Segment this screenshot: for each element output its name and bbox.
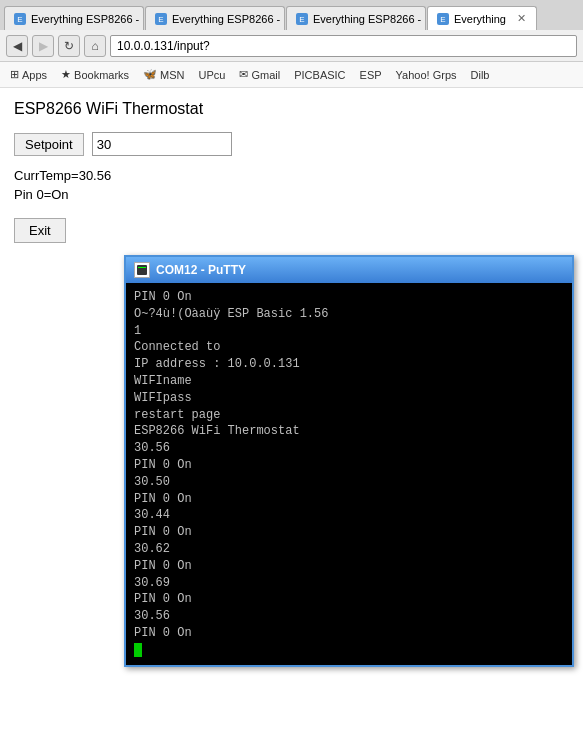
bookmark-upcu[interactable]: UPcu <box>195 67 230 83</box>
terminal-line: WIFIname <box>134 373 564 390</box>
terminal-line: ESP8266 WiFi Thermostat <box>134 423 564 440</box>
terminal-line: 30.62 <box>134 541 564 558</box>
gmail-icon: ✉ <box>239 68 248 81</box>
putty-terminal[interactable]: PIN 0 OnO~?4ù!(Oàaùÿ ESP Basic 1.561Conn… <box>126 283 572 665</box>
terminal-line: 30.50 <box>134 474 564 491</box>
nav-bar: ◀ ▶ ↻ ⌂ <box>0 30 583 62</box>
putty-titlebar: COM12 - PuTTY <box>126 257 572 283</box>
address-bar[interactable] <box>110 35 577 57</box>
page-content: ESP8266 WiFi Thermostat Setpoint CurrTem… <box>0 88 583 679</box>
bookmark-picbasic-label: PICBASIC <box>294 69 345 81</box>
svg-rect-8 <box>137 265 147 275</box>
bookmark-esp-label: ESP <box>360 69 382 81</box>
back-button[interactable]: ◀ <box>6 35 28 57</box>
tab-1-close[interactable]: ✕ <box>143 12 144 25</box>
browser-tabs: E Everything ESP8266 - ✕ E Everything ES… <box>0 0 583 30</box>
tab-4-label: Everything <box>454 13 506 25</box>
terminal-cursor-line <box>134 642 564 659</box>
terminal-line: PIN 0 On <box>134 491 564 508</box>
putty-icon <box>134 262 150 278</box>
terminal-line: Connected to <box>134 339 564 356</box>
terminal-line: PIN 0 On <box>134 457 564 474</box>
bookmark-gmail-label: Gmail <box>251 69 280 81</box>
tab-2-icon: E <box>154 12 168 26</box>
bookmark-msn-label: MSN <box>160 69 184 81</box>
reload-button[interactable]: ↻ <box>58 35 80 57</box>
terminal-line: 1 <box>134 323 564 340</box>
svg-text:E: E <box>158 15 163 24</box>
bookmark-bookmarks-label: Bookmarks <box>74 69 129 81</box>
exit-button[interactable]: Exit <box>14 218 66 243</box>
terminal-line: restart page <box>134 407 564 424</box>
tab-4-icon: E <box>436 12 450 26</box>
svg-text:E: E <box>440 15 445 24</box>
terminal-line: 30.44 <box>134 507 564 524</box>
terminal-line: PIN 0 On <box>134 625 564 642</box>
svg-text:E: E <box>299 15 304 24</box>
forward-button[interactable]: ▶ <box>32 35 54 57</box>
bookmark-apps[interactable]: ⊞ Apps <box>6 66 51 83</box>
bookmark-dilb-label: Dilb <box>471 69 490 81</box>
terminal-line: 30.56 <box>134 440 564 457</box>
putty-title: COM12 - PuTTY <box>156 263 246 277</box>
tab-4[interactable]: E Everything ✕ <box>427 6 537 30</box>
curr-temp-display: CurrTemp=30.56 <box>14 168 569 183</box>
setpoint-label: Setpoint <box>14 133 84 156</box>
tab-3-icon: E <box>295 12 309 26</box>
tab-3[interactable]: E Everything ESP8266 - ✕ <box>286 6 426 30</box>
tab-1-icon: E <box>13 12 27 26</box>
terminal-line: 30.56 <box>134 608 564 625</box>
bookmark-esp[interactable]: ESP <box>356 67 386 83</box>
bookmark-upcu-label: UPcu <box>199 69 226 81</box>
svg-rect-9 <box>138 267 146 268</box>
terminal-line: PIN 0 On <box>134 524 564 541</box>
msn-icon: 🦋 <box>143 68 157 81</box>
terminal-cursor <box>134 643 142 657</box>
bookmark-dilb[interactable]: Dilb <box>467 67 494 83</box>
bookmark-gmail[interactable]: ✉ Gmail <box>235 66 284 83</box>
putty-window: COM12 - PuTTY PIN 0 OnO~?4ù!(Oàaùÿ ESP B… <box>124 255 574 667</box>
bookmark-picbasic[interactable]: PICBASIC <box>290 67 349 83</box>
bookmark-msn[interactable]: 🦋 MSN <box>139 66 188 83</box>
tab-4-close[interactable]: ✕ <box>515 12 528 25</box>
tab-2-close[interactable]: ✕ <box>284 12 285 25</box>
bookmark-bookmarks[interactable]: ★ Bookmarks <box>57 66 133 83</box>
pin-status-display: Pin 0=On <box>14 187 569 202</box>
bookmark-apps-label: Apps <box>22 69 47 81</box>
svg-text:E: E <box>17 15 22 24</box>
home-button[interactable]: ⌂ <box>84 35 106 57</box>
bookmark-yahoo-label: Yahoo! Grps <box>396 69 457 81</box>
terminal-line: IP address : 10.0.0.131 <box>134 356 564 373</box>
page-title: ESP8266 WiFi Thermostat <box>14 100 569 118</box>
setpoint-row: Setpoint <box>14 132 569 156</box>
tab-1[interactable]: E Everything ESP8266 - ✕ <box>4 6 144 30</box>
terminal-line: WIFIpass <box>134 390 564 407</box>
tab-3-close[interactable]: ✕ <box>425 12 426 25</box>
tab-1-label: Everything ESP8266 - <box>31 13 139 25</box>
tab-3-label: Everything ESP8266 - <box>313 13 421 25</box>
bookmarks-bar: ⊞ Apps ★ Bookmarks 🦋 MSN UPcu ✉ Gmail PI… <box>0 62 583 88</box>
terminal-line: PIN 0 On <box>134 289 564 306</box>
tab-2-label: Everything ESP8266 - <box>172 13 280 25</box>
star-icon: ★ <box>61 68 71 81</box>
terminal-line: O~?4ù!(Oàaùÿ ESP Basic 1.56 <box>134 306 564 323</box>
terminal-line: PIN 0 On <box>134 591 564 608</box>
terminal-line: PIN 0 On <box>134 558 564 575</box>
terminal-line: 30.69 <box>134 575 564 592</box>
tab-2[interactable]: E Everything ESP8266 - ✕ <box>145 6 285 30</box>
apps-icon: ⊞ <box>10 68 19 81</box>
setpoint-input[interactable] <box>92 132 232 156</box>
bookmark-yahoo[interactable]: Yahoo! Grps <box>392 67 461 83</box>
